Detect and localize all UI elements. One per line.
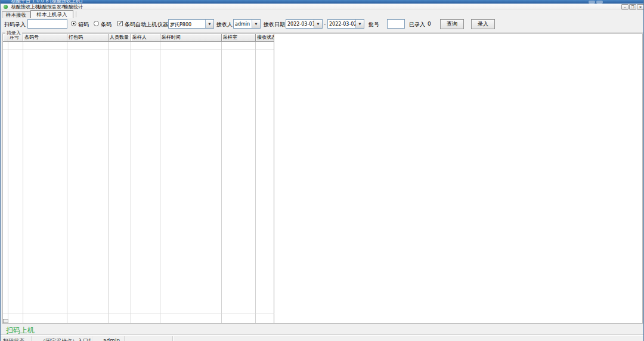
- table-column-sample-room: 采样室: [222, 34, 256, 323]
- column-header[interactable]: 采样时间: [160, 34, 222, 42]
- table-column-status: 接收状态: [256, 34, 274, 323]
- instrument-select[interactable]: 罗氏P800 ▼: [168, 19, 214, 29]
- batch-label: 批号: [369, 21, 379, 29]
- column-header[interactable]: 接收状态: [256, 34, 274, 42]
- date-from-picker[interactable]: 2022-03-01 ▼: [286, 19, 323, 29]
- table-cell: [8, 42, 23, 49]
- entered-label: 已录入: [409, 21, 425, 29]
- radio-box-code-label[interactable]: 箱码: [78, 21, 89, 29]
- radio-box-code[interactable]: [71, 21, 76, 26]
- status-separator: [124, 336, 125, 341]
- auto-upload-checkbox[interactable]: [117, 21, 123, 26]
- scan-status-text: 扫码上机: [6, 326, 35, 336]
- status-segment: （固定采样点）入口筛查: [40, 337, 91, 341]
- table-column-sampler: 采样人: [131, 34, 160, 323]
- table-column-package: 打包码: [67, 34, 109, 323]
- table-column-count: 人员数量: [109, 34, 131, 323]
- table-cell: [256, 42, 274, 49]
- receive-date-label: 接收日期: [264, 21, 285, 29]
- chevron-down-icon[interactable]: ▼: [205, 20, 213, 28]
- tab-strip: 样本接收 样本上机录入: [1, 10, 644, 18]
- app-window: 核酸平台 1.0.0.8 [核酸接收上机] 核酸接收上机 核酸报告发布 核酸统计…: [0, 0, 644, 341]
- tab-sample-receive[interactable]: 样本接收: [2, 11, 30, 18]
- table-cell: [23, 42, 67, 49]
- table-column-barcode: 条码号: [23, 34, 67, 323]
- enter-button[interactable]: 录入: [471, 19, 495, 29]
- radio-bar-code[interactable]: [94, 21, 99, 26]
- chevron-down-icon[interactable]: ▼: [355, 20, 364, 28]
- status-bar: 扫码状态 （固定采样点）入口筛查 admin: [1, 335, 644, 341]
- scan-entry-label: 扫码录入: [4, 21, 26, 29]
- menu-item-stats[interactable]: 核酸统计: [61, 4, 85, 10]
- status-separator: [92, 336, 92, 341]
- status-separator: [172, 336, 173, 341]
- row-indicator-cell: [3, 42, 8, 49]
- table-column-sample-time: 采样时间: [160, 34, 222, 323]
- date-from-value: 2022-03-01: [287, 21, 315, 27]
- column-header[interactable]: 打包码: [67, 34, 109, 42]
- date-range-separator: -: [324, 21, 326, 27]
- app-icon: [4, 5, 8, 9]
- table-cell: [160, 42, 221, 49]
- menu-bar: 核酸接收上机 核酸报告发布 核酸统计 – ❐ ✕: [1, 4, 644, 10]
- table-cell: [222, 42, 255, 49]
- grid-bottom-fixed-cell: [3, 319, 8, 323]
- receiver-value: admin: [235, 21, 250, 27]
- entered-count: 0: [428, 21, 431, 27]
- chevron-down-icon[interactable]: ▼: [252, 20, 260, 28]
- scan-input[interactable]: [27, 19, 67, 29]
- table-cell: [131, 42, 160, 49]
- tab-divider: [76, 11, 76, 17]
- column-header[interactable]: 条码号: [23, 34, 67, 42]
- mdi-restore-icon[interactable]: ❐: [629, 4, 636, 10]
- receiver-select[interactable]: admin ▼: [233, 19, 261, 29]
- date-to-value: 2022-03-02: [329, 21, 357, 27]
- mdi-minimize-icon[interactable]: –: [621, 4, 628, 10]
- instrument-label: 仪器: [157, 21, 168, 29]
- groupbox-label: 待录入: [5, 30, 22, 36]
- batch-input[interactable]: [387, 19, 405, 29]
- grid-panel: 序号 条码号 打包码 人员数量 采样人 采样时间: [2, 33, 643, 324]
- radio-bar-code-label[interactable]: 条码: [101, 21, 112, 29]
- instrument-value: 罗氏P800: [170, 21, 191, 28]
- status-segment: 扫码状态: [3, 337, 29, 341]
- query-button[interactable]: 查询: [440, 19, 464, 29]
- status-segment: admin: [103, 337, 123, 341]
- auto-upload-label[interactable]: 条码自动上机: [125, 21, 157, 29]
- column-header[interactable]: 采样室: [222, 34, 256, 42]
- table-fixed-column: [3, 34, 8, 323]
- scan-status-row: 扫码上机: [1, 324, 644, 335]
- chevron-down-icon[interactable]: ▼: [314, 20, 322, 28]
- tab-sample-entry[interactable]: 样本上机录入: [30, 10, 73, 18]
- pending-entry-table: 序号 条码号 打包码 人员数量 采样人 采样时间: [3, 34, 275, 323]
- receiver-label: 接收人: [216, 21, 233, 29]
- status-separator: [31, 336, 32, 341]
- table-cell: [67, 42, 108, 49]
- table-column-seq: 序号: [8, 34, 23, 323]
- mdi-close-icon[interactable]: ✕: [637, 4, 644, 10]
- column-header[interactable]: 采样人: [131, 34, 160, 42]
- grid-bottom-line: [3, 314, 274, 314]
- column-header[interactable]: 人员数量: [109, 34, 131, 42]
- scan-toolbar: 扫码录入 箱码 条码 条码自动上机 仪器 罗氏P800 ▼ 接收人 admin …: [1, 18, 644, 30]
- table-cell: [109, 42, 131, 49]
- date-to-picker[interactable]: 2022-03-02 ▼: [327, 19, 364, 29]
